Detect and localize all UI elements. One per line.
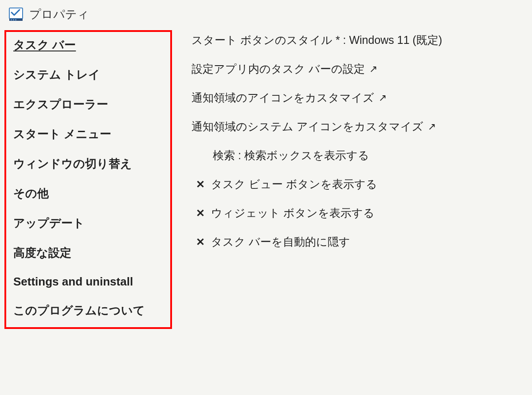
sidebar-item-other[interactable]: その他 bbox=[13, 186, 163, 201]
sidebar-item-explorer[interactable]: エクスプローラー bbox=[13, 97, 163, 112]
properties-icon bbox=[8, 6, 24, 22]
external-link-icon: ↗ bbox=[369, 63, 377, 75]
sidebar-item-label: その他 bbox=[13, 187, 49, 200]
sidebar-item-about[interactable]: このプログラムについて bbox=[13, 303, 163, 318]
sidebar-item-label: システム トレイ bbox=[13, 68, 100, 81]
svg-rect-2 bbox=[11, 20, 12, 21]
setting-search[interactable]: 検索 : 検索ボックスを表示する bbox=[192, 148, 523, 163]
setting-label: スタート ボタンのスタイル * : Windows 11 (既定) bbox=[192, 33, 442, 47]
setting-label: 通知領域のシステム アイコンをカスタマイズ bbox=[192, 119, 423, 134]
content-panel: スタート ボタンのスタイル * : Windows 11 (既定) 設定アプリ内… bbox=[178, 30, 528, 329]
svg-rect-3 bbox=[13, 20, 14, 21]
sidebar: タスク バー システム トレイ エクスプローラー スタート メニュー ウィンドウ… bbox=[4, 30, 172, 329]
sidebar-item-window-switch[interactable]: ウィンドウの切り替え bbox=[13, 156, 163, 172]
setting-widget-toggle[interactable]: ✕ ウィジェット ボタンを表示する bbox=[192, 206, 523, 220]
setting-taskbar-settings-link[interactable]: 設定アプリ内のタスク バーの設定 ↗ bbox=[192, 62, 523, 76]
setting-label: ウィジェット ボタンを表示する bbox=[211, 206, 375, 220]
sidebar-item-label: エクスプローラー bbox=[13, 98, 108, 111]
sidebar-item-label: タスク バー bbox=[13, 38, 76, 51]
setting-label: 設定アプリ内のタスク バーの設定 bbox=[192, 62, 365, 76]
window-title: プロパティ bbox=[29, 7, 89, 22]
setting-label: タスク バーを自動的に隠す bbox=[211, 235, 350, 249]
x-icon: ✕ bbox=[192, 207, 209, 219]
sidebar-item-advanced[interactable]: 高度な設定 bbox=[13, 245, 163, 261]
sidebar-item-settings-uninstall[interactable]: Settings and uninstall bbox=[13, 275, 163, 289]
svg-rect-4 bbox=[15, 20, 16, 21]
sidebar-item-taskbar[interactable]: タスク バー bbox=[13, 37, 163, 53]
sidebar-item-label: 高度な設定 bbox=[13, 246, 71, 259]
setting-label: タスク ビュー ボタンを表示する bbox=[211, 177, 377, 192]
sidebar-item-label: このプログラムについて bbox=[13, 304, 145, 317]
sidebar-item-label: ウィンドウの切り替え bbox=[13, 157, 132, 170]
titlebar: プロパティ bbox=[0, 0, 532, 30]
body-area: タスク バー システム トレイ エクスプローラー スタート メニュー ウィンドウ… bbox=[0, 30, 532, 329]
setting-label: 通知領域のアイコンをカスタマイズ bbox=[192, 90, 374, 105]
sidebar-item-label: アップデート bbox=[13, 216, 85, 230]
setting-label: 検索 : 検索ボックスを表示する bbox=[213, 148, 369, 163]
external-link-icon: ↗ bbox=[428, 121, 436, 133]
x-icon: ✕ bbox=[192, 178, 209, 191]
setting-start-button-style[interactable]: スタート ボタンのスタイル * : Windows 11 (既定) bbox=[192, 33, 523, 47]
setting-task-view-toggle[interactable]: ✕ タスク ビュー ボタンを表示する bbox=[192, 177, 523, 192]
sidebar-item-label: Settings and uninstall bbox=[13, 275, 133, 288]
setting-notify-icons-link[interactable]: 通知領域のアイコンをカスタマイズ ↗ bbox=[192, 90, 523, 105]
setting-autohide-toggle[interactable]: ✕ タスク バーを自動的に隠す bbox=[192, 235, 523, 249]
setting-system-icons-link[interactable]: 通知領域のシステム アイコンをカスタマイズ ↗ bbox=[192, 119, 523, 134]
sidebar-item-label: スタート メニュー bbox=[13, 127, 111, 141]
sidebar-item-update[interactable]: アップデート bbox=[13, 215, 163, 231]
sidebar-item-start-menu[interactable]: スタート メニュー bbox=[13, 126, 163, 142]
sidebar-item-system-tray[interactable]: システム トレイ bbox=[13, 67, 163, 82]
external-link-icon: ↗ bbox=[379, 92, 387, 104]
x-icon: ✕ bbox=[192, 236, 209, 248]
